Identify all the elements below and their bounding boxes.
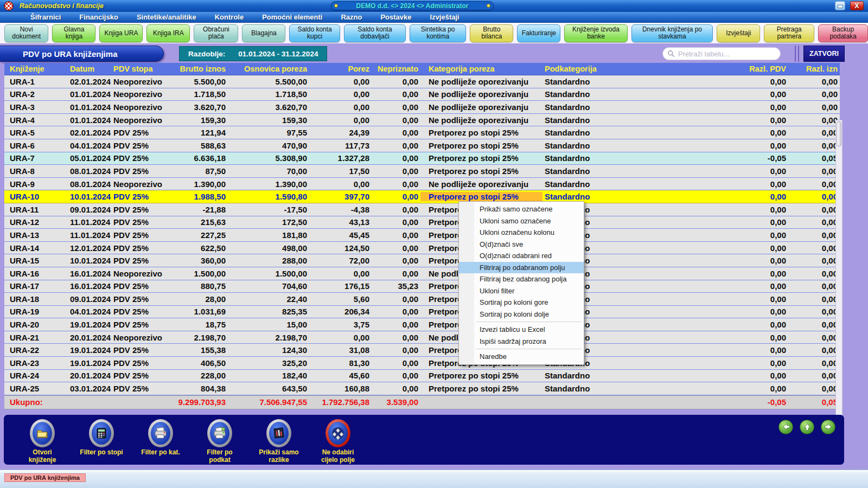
table-row[interactable]: URA-201.01.2024Neoporezivo1.718,501.718,… [4,88,840,101]
knjiga-ira-button[interactable]: Knjiga IRA [146,24,190,42]
close-button[interactable]: X [850,1,864,10]
brutto-bilanca-button[interactable]: Brutto bilanca [470,24,513,42]
sintetika-po-kontima-button[interactable]: Sintetika po kontima [410,24,466,42]
column-header-nepriznato[interactable]: Nepriznato [372,65,420,73]
table-row[interactable]: URA-401.01.2024Neoporezivo159,30159,300,… [4,114,840,127]
table-cell: PDV 25% [111,243,168,253]
vertical-scrollbar[interactable] [835,120,843,454]
context-menu-item-o-d-zna-i-sve[interactable]: O(d)znači sve [459,239,584,251]
table-cell: 0,00 [731,77,788,86]
knjiga-ura-button[interactable]: Knjiga URA [99,24,143,42]
table-row[interactable]: URA-908.01.2024Neoporezivo1.390,001.390,… [4,178,840,191]
context-menu-item-filtriraj-po-odabranom-polju[interactable]: Filtriraj po odabranom polju [459,262,584,274]
table-row[interactable]: URA-1010.01.2024PDV 25%1.988,501.590,803… [4,190,840,203]
scrollbar-thumb[interactable] [837,121,841,146]
table-cell: 0,05 [788,153,840,163]
column-header-podkategorija[interactable]: Podkategorija [542,65,629,73]
prika-i-samo-razlike-button[interactable]: Prikaži samo razlike [257,419,301,464]
context-menu-item-naredbe[interactable]: Naredbe [459,351,584,363]
dnevnik-knji-enja-po-stavkama-button[interactable]: Dnevnik knjiženja po stavkama [631,24,713,42]
table-cell: Standardno [542,153,629,163]
context-menu-item-prika-i-samo-ozna-ene[interactable]: Prikaži samo označene [459,203,584,215]
minimize-button[interactable] [835,1,845,10]
context-menu-item-filtriraj-bez-odabranog-polja[interactable]: Filtriraj bez odabranog polja [459,273,584,285]
column-header-razl-izn[interactable]: Razl. izn [788,65,840,73]
table-row[interactable]: URA-2503.01.2024PDV 25%804,38643,50160,8… [4,382,840,395]
fakturiranje-button[interactable]: Fakturiranje [517,24,560,42]
glavna-knjiga-button[interactable]: Glavna knjiga [52,24,95,42]
table-cell: URA-2 [4,89,68,99]
table-cell: 0,00 [731,307,788,316]
column-header-kategorija-poreza[interactable]: Kategorija poreza [420,65,542,73]
column-header-brutto-iznos[interactable]: Brutto iznos [168,65,228,73]
zatvori-button[interactable]: ZATVORI [803,46,845,62]
menu-item-kontrole[interactable]: Kontrole [215,13,244,21]
context-menu-item-ispi-i-sadr-aj-prozora[interactable]: Ispiši sadržaj prozora [459,336,584,348]
pretraga-partnera-button[interactable]: Pretraga partnera [764,24,814,42]
table-row[interactable]: URA-502.01.2024PDV 25%121,9497,5524,390,… [4,126,840,139]
menu-item-postavke[interactable]: Postavke [380,13,411,21]
ne-odabiri-cijelo-polje-button[interactable]: Ne odabiri cijelo polje [316,419,360,464]
menu-item-izvje-taji[interactable]: Izvještaji [430,13,459,21]
table-row[interactable]: URA-2219.01.2024PDV 25%155,38124,3031,08… [4,344,840,357]
context-menu-item-ukloni-samo-ozna-ene[interactable]: Ukloni samo označene [459,215,584,227]
table-row[interactable]: URA-2319.01.2024PDV 25%406,50325,2081,30… [4,357,840,370]
table-row[interactable]: URA-2019.01.2024PDV 25%18,7515,003,750,0… [4,318,840,331]
context-menu-item-izvezi-tablicu-u-excel[interactable]: Izvezi tablicu u Excel [459,324,584,336]
column-header-razl-pdv[interactable]: Razl. PDV [731,65,788,73]
novi-dokument-button[interactable]: Novi dokument [4,24,48,42]
context-menu-item-o-d-zna-i-odabrani-red[interactable]: O(d)znači odabrani red [459,250,584,262]
otvori-knji-enje-button[interactable]: Otvori knjiženje [20,419,65,464]
menu-item-pomo-ni-elementi[interactable]: Pomoćni elementi [262,13,322,21]
table-cell: Pretporez po stopi 25% [420,141,542,150]
menu-item-ifrarnici[interactable]: Šifrarnici [30,13,61,21]
obra-uni-pla-a-button[interactable]: Obračuni plaća [194,24,238,42]
blagajna-button[interactable]: Blagajna [242,24,285,42]
column-header-osnovica-poreza[interactable]: Osnovica poreza [228,65,309,73]
izvje-taji-button[interactable]: Izvještaji [717,24,760,42]
nav-up-button[interactable] [800,420,814,434]
table-row[interactable]: URA-301.01.2024Neoporezivo3.620,703.620,… [4,101,840,114]
table-cell: 0,00 [731,128,788,137]
table-row[interactable]: URA-1904.01.2024PDV 25%1.031,69825,35206… [4,306,840,319]
table-row[interactable]: URA-1412.01.2024PDV 25%622,50498,00124,5… [4,242,840,255]
table-row[interactable]: URA-604.01.2024PDV 25%588,63470,90117,73… [4,139,840,152]
filter-po-stopi-button[interactable]: Filter po stopi [79,419,124,457]
column-header-datum[interactable]: Datum [68,65,111,73]
saldo-konta-kupci-button[interactable]: Saldo konta kupci [289,24,340,42]
table-row[interactable]: URA-1311.01.2024PDV 25%227,25181,8045,45… [4,229,840,242]
filter-po-kat-button[interactable]: Filter po kat. [138,419,183,457]
context-menu-item-sortiraj-po-koloni-dolje[interactable]: Sortiraj po koloni dolje [459,309,584,320]
menu-item-sintetike-analitike[interactable]: Sintetike/analitike [137,13,196,21]
table-cell: 3.620,70 [168,102,228,112]
status-tab[interactable]: PDV po URA knjiženjima [4,473,86,482]
search-input[interactable] [678,50,776,58]
table-row[interactable]: URA-705.01.2024PDV 25%6.636,185.308,901.… [4,152,840,165]
table-cell: URA-16 [4,269,68,278]
table-row[interactable]: URA-1510.01.2024PDV 25%360,00288,0072,00… [4,254,840,267]
table-row[interactable]: URA-808.01.2024PDV 25%87,5070,0017,500,0… [4,165,840,178]
column-header-pdv-stopa[interactable]: PDV stopa [111,65,168,73]
table-row[interactable]: URA-1809.01.2024PDV 25%28,0022,405,600,0… [4,293,840,306]
table-row[interactable]: URA-102.01.2024Neoporezivo5.500,005.500,… [4,75,840,88]
table-row[interactable]: URA-1616.01.2024Neoporezivo1.500,001.500… [4,267,840,280]
nav-right-button[interactable] [821,420,835,434]
menu-item-financijsko[interactable]: Financijsko [79,13,118,21]
table-cell: PDV 25% [111,217,168,227]
table-row[interactable]: URA-1109.01.2024PDV 25%-21,88-17,50-4,38… [4,203,840,216]
context-menu-item-sortiraj-po-koloni-gore[interactable]: Sortiraj po koloni gore [459,297,584,309]
table-row[interactable]: URA-1211.01.2024PDV 25%215,63172,5043,13… [4,216,840,229]
backup-podataka-button[interactable]: Backup podataka [818,24,868,42]
menu-item-razno[interactable]: Razno [341,13,362,21]
table-row[interactable]: URA-2420.01.2024PDV 25%228,00182,4045,60… [4,370,840,383]
table-row[interactable]: URA-1716.01.2024PDV 25%880,75704,60176,1… [4,280,840,293]
nav-left-button[interactable] [778,420,793,434]
filter-po-podkat-button[interactable]: Filter po podkat [197,419,242,464]
table-row[interactable]: URA-2120.01.2024Neoporezivo2.198,702.198… [4,331,840,344]
context-menu-item-ukloni-filter[interactable]: Ukloni filter [459,285,584,297]
saldo-konta-dobavlja-i-button[interactable]: Saldo konta dobavljači [344,24,406,42]
context-menu-item-ukloni-ozna-enu-kolonu[interactable]: Ukloni označenu kolonu [459,227,584,239]
column-header-porez[interactable]: Porez [309,65,372,73]
column-header-knji-enje[interactable]: Knjiženje [4,65,68,73]
knji-enje-izvoda-banke-button[interactable]: Knjiženje izvoda banke [564,24,627,42]
